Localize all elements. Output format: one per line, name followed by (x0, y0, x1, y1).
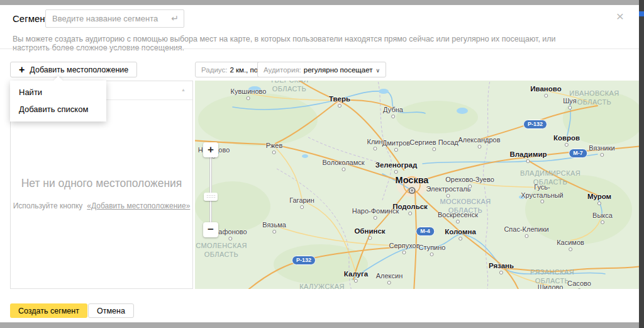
map-label-vyksa: Выкса (592, 212, 613, 224)
segment-name-field-wrap: ↵ (45, 9, 184, 28)
sort-icon[interactable]: ▲ (181, 88, 186, 92)
map-label-serpukhov: Серпухов (389, 242, 420, 254)
map-label-sasovo: Сасово (567, 280, 591, 289)
map-label-vyazniki: Вязники (589, 144, 614, 157)
map-label-kuvshinovo: Кувшиново (231, 88, 267, 100)
page-title: Сегмент (13, 13, 49, 24)
scrollbar-notch (639, 11, 644, 16)
map-label-naro-fominsk: Наро-Фоминск (352, 207, 399, 220)
create-segment-button[interactable]: Создать сегмент (10, 303, 87, 318)
map-label-obninsk: Обнинск (354, 227, 385, 240)
map-label-kovrov: Ковров (553, 134, 580, 147)
map-label-vladimir: Владимир (510, 150, 547, 163)
road-badge-p132: Р-132 (523, 120, 547, 129)
map-label-elektrostal: Электросталь (426, 185, 471, 198)
segment-name-input[interactable] (45, 9, 184, 28)
header-divider (0, 48, 639, 49)
map-label-vyazma: Вязьма (262, 221, 286, 234)
audience-dropdown[interactable]: Аудитория: регулярно посещает ∨ (257, 62, 386, 77)
map-canvas[interactable]: ТВЕРСКАЯ ОБЛАСТЬ ИВАНОВСКАЯ ОБЛАСТЬ ВЛАД… (195, 81, 639, 289)
empty-state-title: Нет ни одного местоположения (11, 177, 192, 190)
page-bottom-strip (0, 322, 639, 328)
map-label-aleksin: Алексин (376, 272, 403, 285)
map-label-shilovo: Шилово (538, 283, 564, 289)
plus-icon: + (19, 65, 25, 75)
map-region-tverskaya: ТВЕРСКАЯ ОБЛАСТЬ (270, 81, 308, 94)
map-label-shuya: Шуя (563, 97, 576, 110)
cancel-button[interactable]: Отмена (88, 303, 134, 318)
audience-value: регулярно посещает (304, 66, 373, 74)
zoom-slider-handle[interactable] (204, 193, 218, 201)
map-region-smolenskaya: СМОЛЕНСКАЯ ОБЛАСТЬ (196, 242, 247, 259)
add-location-menu: Найти Добавить списком (10, 81, 106, 122)
map-label-klin: Клин (367, 138, 382, 150)
map-label-gus-khrustalny: Гусь- Хрустальный (521, 183, 564, 203)
map-label-murom: Муром (587, 193, 611, 205)
map-label-alexandrov: Александров (458, 136, 501, 149)
map-label-spas-klepiki: Спас-Клепики (504, 225, 548, 238)
add-location-link[interactable]: «Добавить местоположение» (87, 201, 190, 210)
map-label-zelenograd: Зеленоград (375, 161, 418, 174)
segment-modal: Сегмент ↵ × Вы можете создать аудиторию … (0, 0, 644, 328)
map-label-kaluga: Калуга (344, 270, 368, 283)
map-label-moscow: Москва (396, 175, 429, 194)
menu-item-find[interactable]: Найти (10, 84, 106, 101)
audience-label: Аудитория: (264, 66, 301, 74)
map-label-safonovo: Сафоново (213, 228, 247, 240)
road-badge-m4: М-4 (416, 227, 435, 236)
page-top-strip (0, 0, 639, 5)
enter-icon: ↵ (171, 13, 179, 23)
close-icon[interactable]: × (613, 9, 628, 24)
map-label-kolomna: Коломна (445, 228, 476, 240)
map-region-ivanovskaya: ИВАНОВСКАЯ ОБЛАСТЬ (569, 89, 619, 107)
menu-item-add-list[interactable]: Добавить списком (10, 101, 106, 118)
road-badge-m7: М-7 (569, 149, 587, 158)
map-label-voskresensk: Воскресенск (438, 211, 478, 223)
map-label-gagarin: Гагарин (289, 196, 314, 209)
radius-label: Радиус: (201, 66, 227, 74)
add-location-label: Добавить местоположение (30, 65, 128, 74)
add-location-button[interactable]: + Добавить местоположение (10, 62, 137, 77)
map-label-tver: Тверь (329, 95, 350, 108)
map-label-volokolamsk: Волоколамск (322, 159, 364, 171)
map-label-ryazan: Рязань (489, 262, 514, 274)
map-label-dmitrov: Дмитров (382, 139, 410, 152)
map-label-ivanovo: Иваново (530, 85, 562, 98)
map-label-kasimov: Касимов (557, 239, 584, 251)
empty-state-hint: Используйте кнопку«Добавить местоположен… (11, 201, 192, 210)
page-right-strip (639, 0, 644, 328)
zoom-slider-track[interactable] (209, 157, 212, 222)
map-label-dubna: Дубна (383, 106, 403, 118)
chevron-down-icon: ∨ (376, 67, 380, 74)
zoom-out-button[interactable]: − (203, 222, 218, 237)
empty-hint-prefix: Используйте кнопку (13, 201, 83, 210)
map-label-sergiev-posad: Сергиев Посад (409, 139, 458, 151)
map-label-stupino: Ступино (419, 244, 446, 256)
map-region-kaluzhskaya: КАЛУЖСКАЯ (299, 283, 344, 289)
road-badge-p132-south: Р-132 (292, 256, 316, 265)
map-label-rzhev: Ржев (266, 142, 283, 154)
segment-description: Вы можете создать аудиторию с помощью вы… (13, 35, 579, 52)
zoom-in-button[interactable]: + (203, 142, 218, 157)
